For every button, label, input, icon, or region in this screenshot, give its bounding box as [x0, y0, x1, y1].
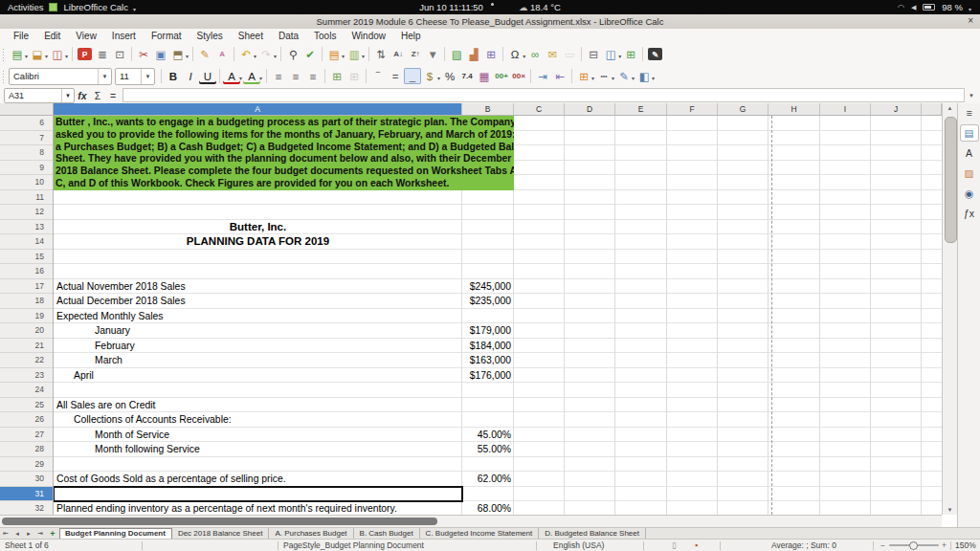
spelling-icon[interactable]: ✔ — [301, 46, 319, 62]
cell-a21[interactable]: February — [95, 339, 135, 354]
row-header-17[interactable]: 17 — [0, 279, 53, 295]
select-all-corner[interactable] — [0, 103, 54, 116]
copy-icon[interactable]: ▣ — [152, 46, 169, 62]
number-format-icon[interactable]: 7.4 — [458, 68, 476, 84]
cell-b22[interactable]: $163,000 — [462, 353, 511, 368]
save-icon[interactable]: ◫ — [49, 46, 66, 62]
chevron-down-icon[interactable]: ▼ — [141, 69, 154, 84]
border-style-icon[interactable]: ┅ — [595, 68, 612, 84]
insert-comment-icon[interactable]: ✉ — [544, 46, 561, 62]
font-name-combo[interactable]: Calibri▼ — [9, 68, 112, 85]
row-header-31[interactable]: 31 — [0, 487, 53, 502]
system-menu-chevron-icon[interactable]: ▾ — [969, 6, 971, 12]
vertical-scrollbar-thumb[interactable] — [945, 117, 957, 243]
sheet-tab-c-budgeted-income-statement[interactable]: C. Budgeted Income Statement — [420, 528, 540, 539]
column-header-b[interactable]: B — [462, 103, 514, 115]
cell-a20[interactable]: January — [95, 323, 130, 339]
column-header-g[interactable]: G — [718, 103, 768, 115]
cell-a32[interactable]: Planned ending inventory as a percentage… — [56, 501, 397, 515]
column-header-partial[interactable] — [922, 103, 942, 115]
export-pdf-icon[interactable]: P — [78, 48, 92, 60]
scroll-down-icon[interactable]: ▼ — [943, 507, 957, 513]
paste-icon[interactable]: ⬒ — [169, 46, 187, 62]
cell-a13[interactable]: Butter, Inc. — [54, 220, 462, 235]
show-draw-functions-icon[interactable]: ✎ — [648, 48, 662, 60]
sheet-tab-budget-planning-document[interactable]: Budget Planning Document — [59, 528, 172, 539]
cell-b30[interactable]: 62.00% — [462, 472, 511, 487]
row-header-6[interactable]: 6 — [0, 116, 53, 131]
zoom-level[interactable]: 150% — [955, 540, 976, 551]
zoom-slider-thumb[interactable] — [909, 541, 918, 550]
column-header-f[interactable]: F — [667, 103, 718, 115]
column-header-i[interactable]: I — [820, 103, 871, 115]
row-header-14[interactable]: 14 — [0, 234, 53, 250]
split-window-icon[interactable]: ⊞ — [622, 46, 639, 62]
row-header-7[interactable]: 7 — [0, 131, 53, 146]
menu-insert[interactable]: Insert — [104, 31, 144, 41]
open-file-icon[interactable]: ⬓ — [29, 46, 46, 62]
menu-window[interactable]: Window — [344, 31, 393, 41]
print-preview-icon[interactable]: ⊡ — [111, 46, 128, 62]
zoom-in-button[interactable]: + — [942, 540, 947, 551]
row-header-25[interactable]: 25 — [0, 398, 53, 413]
sidebar-settings-icon[interactable]: ≡ — [961, 105, 978, 121]
cell-b27[interactable]: 45.00% — [462, 428, 511, 443]
menu-edit[interactable]: Edit — [36, 31, 68, 41]
sum-button[interactable]: Σ — [90, 90, 105, 101]
special-character-icon[interactable]: Ω — [506, 46, 523, 62]
autofilter-icon[interactable]: ▼ — [424, 46, 441, 62]
functions-panel-icon[interactable]: ƒx — [961, 206, 978, 221]
cell-a19[interactable]: Expected Monthly Sales — [56, 309, 163, 324]
insert-image-icon[interactable]: ▨ — [448, 46, 465, 62]
row-header-18[interactable]: 18 — [0, 294, 53, 309]
increase-indent-icon[interactable]: ⇥ — [534, 68, 551, 84]
scroll-up-icon[interactable]: ▲ — [943, 105, 957, 111]
currency-format-icon[interactable]: $ — [421, 68, 438, 84]
menu-sheet[interactable]: Sheet — [231, 31, 271, 41]
sort-icon[interactable]: ⇅ — [372, 46, 390, 62]
row-header-10[interactable]: 10 — [0, 175, 53, 190]
row-header-8[interactable]: 8 — [0, 145, 53, 161]
clone-formatting-icon[interactable]: ✎ — [196, 46, 213, 62]
weather-widget[interactable]: ☁ 18.4 °C — [519, 2, 561, 12]
row-header-26[interactable]: 26 — [0, 412, 53, 428]
menu-help[interactable]: Help — [393, 31, 429, 41]
highlight-color-icon[interactable]: A — [243, 68, 260, 84]
wifi-icon[interactable]: ◠ — [898, 3, 904, 11]
cell-b28[interactable]: 55.00% — [462, 442, 511, 457]
menu-tools[interactable]: Tools — [306, 31, 344, 41]
vertical-scrollbar[interactable]: ▲ ▼ — [942, 103, 957, 515]
merge-center-cells-icon[interactable]: ⊞ — [328, 68, 345, 84]
font-color-icon[interactable]: A — [223, 68, 240, 84]
cell-a30[interactable]: Cost of Goods Sold as a percentage of se… — [56, 472, 286, 487]
find-replace-icon[interactable]: ⚲ — [284, 46, 301, 62]
borders-icon[interactable]: ⊞ — [575, 68, 592, 84]
bold-icon[interactable]: B — [165, 68, 182, 84]
row-header-32[interactable]: 32 — [0, 501, 53, 515]
row-header-21[interactable]: 21 — [0, 339, 53, 354]
row-header-23[interactable]: 23 — [0, 368, 53, 384]
row-header-12[interactable]: 12 — [0, 205, 53, 220]
column-header-a[interactable]: A — [54, 103, 462, 115]
clear-formatting-icon[interactable]: A — [213, 46, 231, 62]
align-left-icon[interactable]: ≡ — [270, 68, 287, 84]
gallery-panel-icon[interactable]: ▨ — [961, 165, 978, 181]
last-sheet-icon[interactable]: ⇥ — [34, 528, 46, 539]
navigator-panel-icon[interactable]: ◉ — [961, 186, 978, 201]
row-header-15[interactable]: 15 — [0, 250, 53, 265]
formula-input[interactable] — [122, 88, 965, 102]
percent-format-icon[interactable]: % — [441, 68, 458, 84]
chevron-down-icon[interactable]: ▼ — [61, 89, 74, 102]
row-header-30[interactable]: 30 — [0, 472, 53, 487]
conditional-formatting-icon[interactable]: ◧ — [635, 68, 653, 84]
menu-format[interactable]: Format — [144, 31, 189, 41]
name-box[interactable]: A31 ▼ — [4, 88, 75, 103]
row-header-22[interactable]: 22 — [0, 353, 53, 368]
previous-sheet-icon[interactable]: ◂ — [11, 528, 23, 539]
new-document-icon[interactable]: ▤ — [9, 46, 26, 62]
hyperlink-icon[interactable]: ∞ — [526, 46, 544, 62]
activities-button[interactable]: Activities — [8, 2, 43, 12]
clock[interactable]: Jun 10 11:11:50 — [419, 2, 483, 12]
row-header-11[interactable]: 11 — [0, 190, 53, 206]
styles-panel-icon[interactable]: A — [961, 145, 978, 161]
